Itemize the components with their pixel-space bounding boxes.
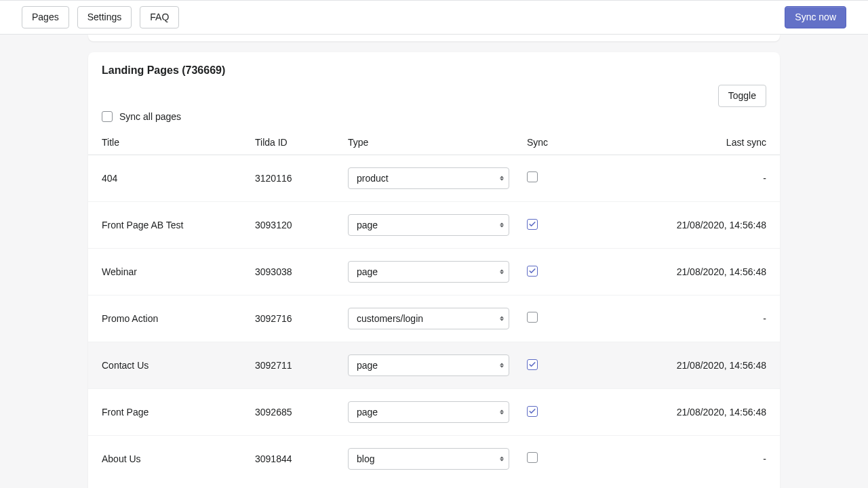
cell-tilda-id: 3092711 [247, 342, 340, 388]
cell-last-sync: - [563, 295, 780, 342]
cell-sync [519, 248, 563, 295]
cell-title: 404 [88, 155, 247, 201]
top-bar: Pages Settings FAQ Sync now [0, 0, 868, 35]
cell-last-sync: 21/08/2020, 14:56:48 [563, 248, 780, 295]
cell-sync [519, 295, 563, 342]
cell-type: productpagecustomers/loginblog [340, 201, 519, 248]
cell-type: productpagecustomers/loginblog [340, 342, 519, 388]
cell-sync [519, 435, 563, 482]
section-card: Landing Pages (736669)ToggleSync all pag… [88, 52, 780, 488]
column-header-type: Type [340, 130, 519, 155]
cell-last-sync: - [563, 155, 780, 201]
cell-sync [519, 342, 563, 388]
cell-title: Front Page AB Test [88, 201, 247, 248]
sync-checkbox[interactable] [527, 406, 538, 417]
cell-type: productpagecustomers/loginblog [340, 295, 519, 342]
toggle-button[interactable]: Toggle [718, 85, 766, 107]
type-select[interactable]: productpagecustomers/loginblog [348, 354, 509, 376]
table-row: Contact Us3092711productpagecustomers/lo… [88, 342, 780, 388]
cell-last-sync: - [563, 435, 780, 482]
type-select[interactable]: productpagecustomers/loginblog [348, 448, 509, 470]
cell-type: productpagecustomers/loginblog [340, 435, 519, 482]
sync-now-button[interactable]: Sync now [785, 6, 846, 28]
type-select[interactable]: productpagecustomers/loginblog [348, 308, 509, 329]
type-select[interactable]: productpagecustomers/loginblog [348, 401, 509, 423]
nav-tabs: Pages Settings FAQ [22, 6, 179, 28]
section-heading: Landing Pages (736669) [88, 52, 780, 79]
sync-checkbox[interactable] [527, 266, 538, 277]
section-toolbar: Toggle [88, 79, 780, 107]
cell-tilda-id: 3120116 [247, 155, 340, 201]
table-row: Front Page3092685productpagecustomers/lo… [88, 388, 780, 435]
sync-checkbox[interactable] [527, 359, 538, 370]
previous-card-tail [88, 35, 780, 41]
cell-sync [519, 155, 563, 201]
nav-pages-button[interactable]: Pages [22, 6, 69, 28]
nav-settings-button[interactable]: Settings [77, 6, 132, 28]
sync-all-checkbox[interactable] [102, 111, 113, 122]
column-header-tilda_id: Tilda ID [247, 130, 340, 155]
cell-title: Webinar [88, 248, 247, 295]
cell-sync [519, 388, 563, 435]
sync-checkbox[interactable] [527, 171, 538, 182]
sync-all-row: Sync all pages [88, 107, 780, 130]
column-header-last_sync: Last sync [563, 130, 780, 155]
cell-type: productpagecustomers/loginblog [340, 388, 519, 435]
cell-tilda-id: 3092716 [247, 295, 340, 342]
cell-last-sync: 21/08/2020, 14:56:48 [563, 201, 780, 248]
cell-type: productpagecustomers/loginblog [340, 155, 519, 201]
sync-all-label: Sync all pages [119, 111, 181, 122]
type-select[interactable]: productpagecustomers/loginblog [348, 167, 509, 189]
column-header-sync: Sync [519, 130, 563, 155]
table-row: 4043120116productpagecustomers/loginblog… [88, 155, 780, 201]
cell-type: productpagecustomers/loginblog [340, 248, 519, 295]
cell-last-sync: 21/08/2020, 14:56:48 [563, 342, 780, 388]
nav-faq-button[interactable]: FAQ [140, 6, 179, 28]
table-row: Promo Action3092716productpagecustomers/… [88, 295, 780, 342]
cell-sync [519, 201, 563, 248]
pages-table: TitleTilda IDTypeSyncLast sync4043120116… [88, 130, 780, 482]
type-select[interactable]: productpagecustomers/loginblog [348, 261, 509, 283]
main-content: Landing Pages (736669)ToggleSync all pag… [88, 35, 780, 488]
cell-tilda-id: 3093120 [247, 201, 340, 248]
cell-tilda-id: 3091844 [247, 435, 340, 482]
table-row: Front Page AB Test3093120productpagecust… [88, 201, 780, 248]
cell-title: Front Page [88, 388, 247, 435]
cell-tilda-id: 3093038 [247, 248, 340, 295]
cell-title: About Us [88, 435, 247, 482]
sync-checkbox[interactable] [527, 312, 538, 323]
sync-checkbox[interactable] [527, 219, 538, 230]
sync-checkbox[interactable] [527, 452, 538, 463]
table-row: About Us3091844productpagecustomers/logi… [88, 435, 780, 482]
cell-tilda-id: 3092685 [247, 388, 340, 435]
cell-title: Contact Us [88, 342, 247, 388]
column-header-title: Title [88, 130, 247, 155]
type-select[interactable]: productpagecustomers/loginblog [348, 214, 509, 236]
cell-last-sync: 21/08/2020, 14:56:48 [563, 388, 780, 435]
table-row: Webinar3093038productpagecustomers/login… [88, 248, 780, 295]
cell-title: Promo Action [88, 295, 247, 342]
